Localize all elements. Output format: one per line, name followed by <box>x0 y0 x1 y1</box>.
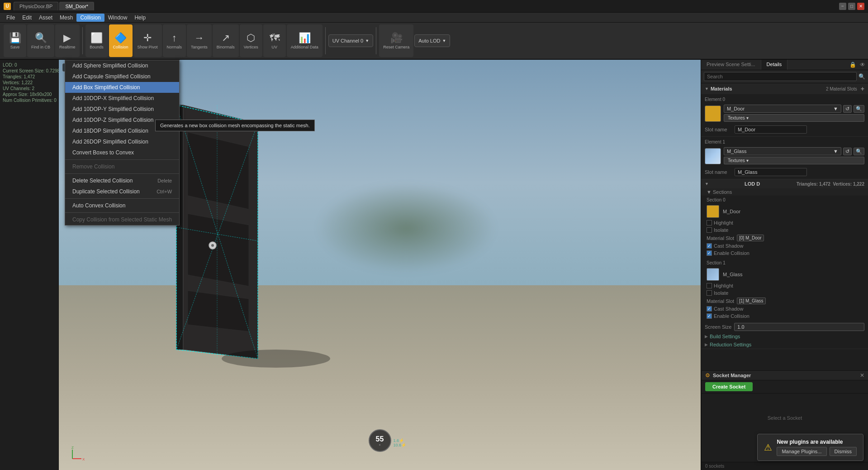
section-0-isolate-checkbox[interactable] <box>707 227 712 233</box>
uv-channel-label: UV Channel 0 <box>332 38 364 43</box>
menu-add-sphere[interactable]: Add Sphere Simplified Collision <box>65 60 179 71</box>
bounds-button[interactable]: ⬜ Bounds <box>85 24 108 57</box>
dismiss-button[interactable]: Dismiss <box>830 447 857 456</box>
menu-add-10dop-y[interactable]: Add 10DOP-Y Simplified Collision <box>65 104 179 115</box>
gpu-stat2: 10.6⚡ <box>394 443 407 447</box>
section-0-material: M_Door <box>707 204 863 219</box>
tab-details[interactable]: Details <box>761 60 788 70</box>
auto-lod-arrow-icon: ▼ <box>442 38 446 43</box>
lod-section-1: Section 1 M_Glass Highlight Isolate <box>701 259 868 321</box>
menu-help[interactable]: Help <box>131 14 149 22</box>
svg-point-11 <box>211 244 214 247</box>
menu-duplicate-selected[interactable]: Duplicate Selected Collision Ctrl+W <box>65 186 179 197</box>
collision-label: Collision <box>113 45 128 50</box>
reduction-settings-row[interactable]: ▶ Reduction Settings <box>701 341 868 349</box>
menu-collision[interactable]: Collision <box>76 14 104 22</box>
section-1-mat-slot-select[interactable]: [1] M_Glass <box>737 297 765 304</box>
material-1-refresh-icon[interactable]: ↺ <box>843 148 852 155</box>
screen-size-input[interactable] <box>734 323 864 331</box>
menu-mesh[interactable]: Mesh <box>56 14 76 22</box>
window-controls: − □ ✕ <box>839 3 864 10</box>
uv-button[interactable]: 🗺 UV <box>263 24 286 57</box>
lod-header-label: LOD D <box>745 181 760 187</box>
section-0-cast-shadow-checkbox[interactable] <box>707 243 712 249</box>
lod-header[interactable]: ▼ LOD D Triangles: 1,472 Vertices: 1,222 <box>701 179 868 188</box>
menu-add-box[interactable]: Add Box Simplified Collision <box>65 82 179 93</box>
section-0-material-slot-row: Material Slot [0] M_Door <box>707 234 863 242</box>
menu-add-capsule[interactable]: Add Capsule Simplified Collision <box>65 71 179 82</box>
add-material-slot-icon[interactable]: + <box>861 85 864 92</box>
tab-physic-door[interactable]: PhysicDoor.BP <box>14 2 58 10</box>
slot-name-1-label: Slot name <box>705 169 732 175</box>
section-1-mat-name: M_Glass <box>722 271 863 278</box>
sections-subsection-header[interactable]: ▼ Sections <box>701 188 868 196</box>
tab-sm-door[interactable]: SM_Door* <box>59 2 94 10</box>
material-0-textures-btn[interactable]: Textures ▾ <box>724 114 864 122</box>
panel-tab-icons: 🔒 👁 <box>847 60 868 70</box>
minimize-button[interactable]: − <box>839 3 846 10</box>
normals-button[interactable]: ↑ Normals <box>163 24 186 57</box>
search-input[interactable] <box>704 72 857 81</box>
materials-section-header[interactable]: ▼ Materials 2 Material Slots + <box>701 83 868 94</box>
separator-menu-1 <box>65 159 179 160</box>
uv-channel-dropdown[interactable]: UV Channel 0 ▼ <box>328 34 373 47</box>
menu-add-26dop[interactable]: Add 26DOP Simplified Collision <box>65 136 179 147</box>
lod-section: ▼ LOD D Triangles: 1,472 Vertices: 1,222… <box>701 179 868 349</box>
save-button[interactable]: 💾 Save <box>4 24 26 57</box>
build-settings-row[interactable]: ▶ Build Settings <box>701 332 868 341</box>
section-0-mat-slot-select[interactable]: [0] M_Door <box>737 235 764 241</box>
material-1-textures-btn[interactable]: Textures ▾ <box>724 157 864 164</box>
tangents-button[interactable]: → Tangents <box>187 24 212 57</box>
section-0-enable-collision-checkbox[interactable] <box>707 250 712 256</box>
section-1-highlight-checkbox[interactable] <box>707 283 712 288</box>
close-button[interactable]: ✕ <box>857 3 864 10</box>
realtime-icon: ▶ <box>63 32 71 44</box>
socket-close-icon[interactable]: ✕ <box>860 372 864 379</box>
axis-gizmo-svg: X Z <box>68 445 86 463</box>
binormals-label: Binormals <box>217 45 235 50</box>
menu-convert-boxes[interactable]: Convert Boxes to Convex <box>65 147 179 158</box>
create-socket-button[interactable]: Create Socket <box>705 382 753 391</box>
menu-asset[interactable]: Asset <box>35 14 56 22</box>
auto-lod-dropdown[interactable]: Auto LOD ▼ <box>414 34 450 47</box>
maximize-button[interactable]: □ <box>848 3 855 10</box>
show-pivot-button[interactable]: ✛ Show Pivot <box>133 24 162 57</box>
additional-data-button[interactable]: 📊 Additional Data <box>287 24 323 57</box>
lock-icon[interactable]: 🔒 <box>849 61 857 69</box>
slot-name-1-input[interactable] <box>735 168 807 176</box>
collision-button[interactable]: 🔷 Collision <box>109 24 133 57</box>
menu-auto-convex[interactable]: Auto Convex Collision <box>65 200 179 211</box>
section-1-enable-collision-checkbox[interactable] <box>707 313 712 319</box>
menu-add-10dop-x[interactable]: Add 10DOP-X Simplified Collision <box>65 93 179 104</box>
material-0-select[interactable]: M_Door ▼ <box>724 105 841 113</box>
menu-window[interactable]: Window <box>104 14 131 22</box>
material-0-refresh-icon[interactable]: ↺ <box>843 105 852 113</box>
build-settings-arrow-icon: ▶ <box>705 334 708 339</box>
tab-preview-scene[interactable]: Preview Scene Setti... <box>701 60 761 70</box>
menu-edit[interactable]: Edit <box>19 14 35 22</box>
realtime-button[interactable]: ▶ Realtime <box>55 24 80 57</box>
slot-name-0-input[interactable] <box>735 125 807 134</box>
material-1-find-icon[interactable]: 🔍 <box>854 148 864 155</box>
section-0-highlight-checkbox[interactable] <box>707 220 712 225</box>
fps-unit: × <box>379 443 380 446</box>
material-1-arrow-icon: ▼ <box>833 149 838 154</box>
reset-camera-button[interactable]: 🎥 Reset Camera <box>379 24 413 57</box>
section-1-isolate-row: Isolate <box>707 289 863 297</box>
separator-menu-4 <box>65 212 179 213</box>
section-1-isolate-checkbox[interactable] <box>707 290 712 296</box>
vertices-button[interactable]: ⬡ Vertices <box>240 24 262 57</box>
eye-icon[interactable]: 👁 <box>859 61 866 69</box>
section-1-isolate-label: Isolate <box>714 290 728 296</box>
fps-number: 55 <box>376 435 384 443</box>
section-1-cast-shadow-checkbox[interactable] <box>707 306 712 312</box>
menu-delete-selected[interactable]: Delete Selected Collision Delete <box>65 175 179 186</box>
manage-plugins-button[interactable]: Manage Plugins... <box>777 447 826 456</box>
material-1-select[interactable]: M_Glass ▼ <box>724 147 841 155</box>
left-stats-panel: LOD: 0 Current Screen Size: 0.72988 Tria… <box>0 60 59 470</box>
menu-file[interactable]: File <box>3 14 19 22</box>
binormals-button[interactable]: ↗ Binormals <box>213 24 239 57</box>
find-in-cb-button[interactable]: 🔍 Find in CB <box>27 24 54 57</box>
material-0-find-icon[interactable]: 🔍 <box>854 105 864 113</box>
material-1-name-row: M_Glass ▼ ↺ 🔍 <box>724 147 864 155</box>
